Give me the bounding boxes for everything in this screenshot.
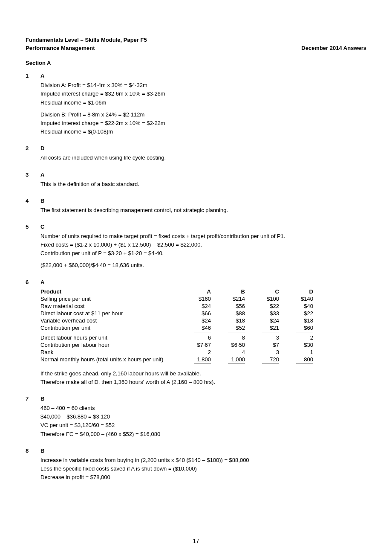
question-5: 5 C Number of units required to make tar… xyxy=(26,224,366,270)
cell: $160 xyxy=(177,295,211,302)
cell: Direct labour cost at $11 per hour xyxy=(40,310,177,317)
text: Division B: Profit = 8·8m x 24% = $2·112… xyxy=(40,111,366,119)
answer-letter: C xyxy=(40,224,366,230)
question-3: 3 A This is the definition of a basic st… xyxy=(26,171,366,189)
cell: $22 xyxy=(279,310,313,317)
cell: $33 xyxy=(245,310,279,317)
cell: $24 xyxy=(177,317,211,324)
cell: 2 xyxy=(279,334,313,341)
question-7: 7 B 460 – 400 = 60 clients $40,000 – $36… xyxy=(26,395,366,439)
cell: Contribution per unit xyxy=(40,324,177,331)
cell: 1,800 xyxy=(177,356,211,363)
text: Increase in variable costs from buying i… xyxy=(40,456,366,464)
rule-row xyxy=(40,363,313,366)
text: Decrease in profit = $78,000 xyxy=(40,474,366,481)
cell: Normal monthly hours (total units x hour… xyxy=(40,356,177,363)
cell: $18 xyxy=(279,317,313,324)
cell: 6 xyxy=(177,334,211,341)
question-number: 1 xyxy=(26,73,40,137)
text: $40,000 – $36,880 = $3,120 xyxy=(40,413,366,421)
cell: $7 xyxy=(245,341,279,349)
cell: 800 xyxy=(279,356,313,363)
cell: 3 xyxy=(245,349,279,356)
answer-letter: B xyxy=(40,447,366,454)
answer-letter: B xyxy=(40,198,366,204)
cell: 720 xyxy=(245,356,279,363)
product-table: Product A B C D Selling price per unit$1… xyxy=(40,288,313,366)
section-a-title: Section A xyxy=(26,60,366,66)
text: Residual income = $1·06m xyxy=(40,99,366,107)
cell: $40 xyxy=(279,302,313,310)
cell: Contribution per labour hour xyxy=(40,341,177,349)
cell: $21 xyxy=(245,324,279,331)
cell: $214 xyxy=(211,295,245,302)
question-8: 8 B Increase in variable costs from buyi… xyxy=(26,447,366,482)
text: The first statement is describing manage… xyxy=(40,206,366,214)
cell: Direct labour hours per unit xyxy=(40,334,177,341)
question-number: 8 xyxy=(26,447,40,482)
text: Less the specific fixed costs saved if A… xyxy=(40,465,366,473)
table-row: Direct labour hours per unit6832 xyxy=(40,334,313,341)
question-number: 5 xyxy=(26,224,40,270)
text: Residual income = $(0·108)m xyxy=(40,128,366,136)
text: Division A: Profit = $14·4m x 30% = $4·3… xyxy=(40,81,366,89)
question-number: 4 xyxy=(26,198,40,215)
table-row: Variable overhead cost$24$18$24$18 xyxy=(40,317,313,324)
question-2: 2 D All costs are included when using li… xyxy=(26,145,366,163)
col-d: D xyxy=(279,288,313,295)
text: Therefore FC = $40,000 – (460 x $52) = $… xyxy=(40,430,366,438)
question-4: 4 B The first statement is describing ma… xyxy=(26,198,366,215)
question-number: 2 xyxy=(26,145,40,163)
question-number: 7 xyxy=(26,395,40,439)
text: Imputed interest charge = $22·2m x 10% =… xyxy=(40,119,366,127)
text: Imputed interest charge = $32·6m x 10% =… xyxy=(40,90,366,98)
question-body: A Product A B C D Selling price per unit… xyxy=(40,279,366,387)
cell: $30 xyxy=(279,341,313,349)
cell: 8 xyxy=(211,334,245,341)
text: ($22,000 + $60,000)/$4·40 = 18,636 units… xyxy=(40,262,366,269)
cell: Variable overhead cost xyxy=(40,317,177,324)
question-body: B Increase in variable costs from buying… xyxy=(40,447,366,482)
text: All costs are included when using life c… xyxy=(40,154,366,162)
cell: $100 xyxy=(245,295,279,302)
col-product: Product xyxy=(40,288,177,295)
table-row: Normal monthly hours (total units x hour… xyxy=(40,356,313,363)
cell: $140 xyxy=(279,295,313,302)
question-6: 6 A Product A B C D Selling price per un… xyxy=(26,279,366,387)
answer-letter: D xyxy=(40,145,366,151)
table-header-row: Product A B C D xyxy=(40,288,313,295)
cell: 2 xyxy=(177,349,211,356)
cell: $7·67 xyxy=(177,341,211,349)
cell: Raw material cost xyxy=(40,302,177,310)
question-number: 3 xyxy=(26,171,40,189)
question-body: D All costs are included when using life… xyxy=(40,145,366,163)
text: Therefore make all of D, then 1,360 hour… xyxy=(40,378,366,386)
cell: 4 xyxy=(211,349,245,356)
answer-letter: A xyxy=(40,73,366,79)
cell: $6·50 xyxy=(211,341,245,349)
text: Contribution per unit of P = $3·20 + $1·… xyxy=(40,250,366,257)
header-line2: Performance Management December 2014 Ans… xyxy=(26,45,366,51)
answer-letter: B xyxy=(40,395,366,402)
page-number: 17 xyxy=(0,538,392,544)
text: This is the definition of a basic standa… xyxy=(40,180,366,188)
col-b: B xyxy=(211,288,245,295)
answer-letter: A xyxy=(40,279,366,285)
cell: $88 xyxy=(211,310,245,317)
question-body: B 460 – 400 = 60 clients $40,000 – $36,8… xyxy=(40,395,366,439)
question-body: A Division A: Profit = $14·4m x 30% = $4… xyxy=(40,73,366,137)
cell: $66 xyxy=(177,310,211,317)
text: If the strike goes ahead, only 2,160 lab… xyxy=(40,370,366,378)
cell: $24 xyxy=(177,302,211,310)
cell: $22 xyxy=(245,302,279,310)
cell: $52 xyxy=(211,324,245,331)
question-body: C Number of units required to make targe… xyxy=(40,224,366,270)
header-subject: Performance Management xyxy=(26,45,95,51)
cell: 1 xyxy=(279,349,313,356)
col-c: C xyxy=(245,288,279,295)
cell: Selling price per unit xyxy=(40,295,177,302)
text: Number of units required to make target … xyxy=(40,232,366,240)
question-1: 1 A Division A: Profit = $14·4m x 30% = … xyxy=(26,73,366,137)
cell: $56 xyxy=(211,302,245,310)
table-row: Rank2431 xyxy=(40,349,313,356)
